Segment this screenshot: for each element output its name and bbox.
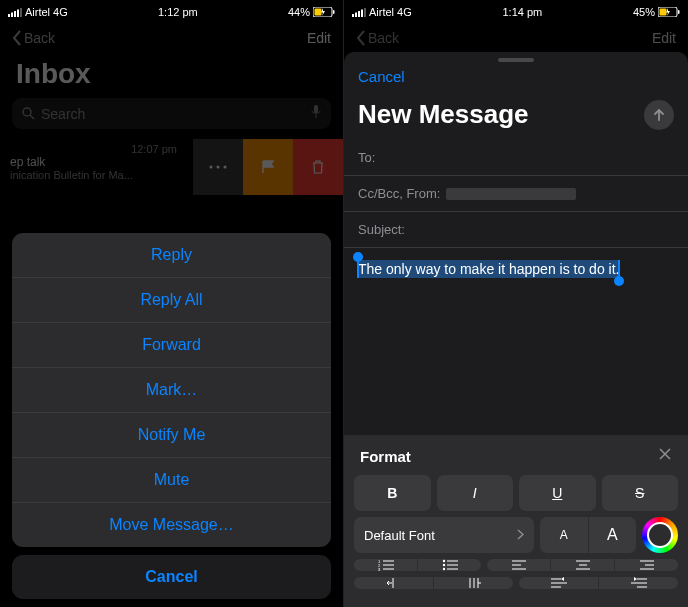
svg-rect-17 (358, 11, 360, 17)
compose-title: New Message (358, 99, 529, 130)
svg-rect-1 (11, 12, 13, 17)
swipe-trash-button[interactable] (293, 139, 343, 195)
phone-screenshot-right: Airtel 4G 1:14 pm 45% Back Edit Cancel N… (344, 0, 688, 607)
indent-button[interactable] (434, 577, 513, 589)
rtl-icon (631, 577, 647, 589)
rtl-button[interactable] (599, 577, 678, 589)
font-size-decrease[interactable]: A (540, 517, 589, 553)
chevron-right-icon (517, 528, 524, 543)
svg-rect-19 (364, 8, 366, 17)
svg-line-9 (30, 115, 34, 119)
edit-button[interactable]: Edit (652, 30, 676, 46)
send-button[interactable] (644, 100, 674, 130)
search-placeholder: Search (41, 106, 85, 122)
battery-icon (313, 7, 335, 17)
sheet-notify[interactable]: Notify Me (12, 413, 331, 458)
swipe-flag-button[interactable] (243, 139, 293, 195)
outdent-icon (387, 577, 401, 589)
align-right-button[interactable] (615, 559, 678, 571)
subject-label: Subject: (358, 222, 405, 237)
outdent-button[interactable] (354, 577, 434, 589)
compose-sheet: Cancel New Message To: Cc/Bcc, From: Sub… (344, 52, 688, 607)
underline-button[interactable]: U (519, 475, 596, 511)
to-field[interactable]: To: (344, 140, 688, 176)
arrow-up-icon (652, 108, 666, 122)
message-preview: inication Bulletin for Ma... (10, 169, 183, 181)
message-row[interactable]: 12:07 pm ep talk inication Bulletin for … (0, 139, 343, 195)
svg-text:3: 3 (378, 567, 381, 571)
flag-icon (261, 160, 275, 174)
sheet-mute[interactable]: Mute (12, 458, 331, 503)
signal-icon (352, 8, 366, 17)
font-size-increase[interactable]: A (589, 517, 637, 553)
status-bar: Airtel 4G 1:14 pm 45% (344, 0, 688, 22)
font-size-stepper: A A (540, 517, 636, 553)
back-button[interactable]: Back (12, 30, 55, 46)
message-subject: ep talk (10, 155, 183, 169)
svg-rect-10 (314, 105, 318, 113)
italic-button[interactable]: I (437, 475, 514, 511)
ltr-button[interactable] (519, 577, 599, 589)
action-sheet: Reply Reply All Forward Mark… Notify Me … (12, 233, 331, 599)
close-icon (658, 447, 672, 461)
sheet-grabber[interactable] (498, 58, 534, 62)
color-picker-button[interactable] (642, 517, 678, 553)
sheet-mark[interactable]: Mark… (12, 368, 331, 413)
indent-icon (467, 577, 481, 589)
svg-rect-15 (352, 14, 354, 17)
bullet-list-button[interactable] (418, 559, 481, 571)
ellipsis-icon (209, 165, 227, 169)
back-label: Back (368, 30, 399, 46)
status-time: 1:12 pm (158, 6, 198, 18)
trash-icon (312, 160, 324, 174)
status-bar: Airtel 4G 1:12 pm 44% (0, 0, 343, 22)
svg-point-33 (442, 568, 444, 570)
strikethrough-button[interactable]: S (602, 475, 679, 511)
search-input[interactable]: Search (12, 98, 331, 129)
sheet-forward[interactable]: Forward (12, 323, 331, 368)
svg-point-13 (217, 166, 220, 169)
nav-bar: Back Edit (0, 22, 343, 54)
page-title: Inbox (0, 54, 343, 98)
svg-rect-21 (659, 9, 666, 16)
svg-rect-4 (20, 8, 22, 17)
format-title: Format (360, 448, 411, 465)
signal-icon (8, 8, 22, 17)
color-swatch-icon (647, 522, 673, 548)
sheet-reply-all[interactable]: Reply All (12, 278, 331, 323)
status-time: 1:14 pm (503, 6, 543, 18)
format-panel: Format B I U S Default Font (344, 435, 688, 607)
body-textarea[interactable]: The only way to make it happen is to do … (344, 248, 688, 290)
bold-button[interactable]: B (354, 475, 431, 511)
align-center-button[interactable] (551, 559, 615, 571)
battery-percent: 45% (633, 6, 655, 18)
selected-body-text[interactable]: The only way to make it happen is to do … (358, 260, 619, 278)
message-time: 12:07 pm (10, 143, 183, 155)
align-right-icon (640, 560, 654, 570)
compose-cancel[interactable]: Cancel (358, 68, 405, 85)
svg-point-14 (224, 166, 227, 169)
carrier-label: Airtel 4G (369, 6, 412, 18)
swipe-more-button[interactable] (193, 139, 243, 195)
numbered-list-button[interactable]: 123 (354, 559, 418, 571)
selection-handle-end[interactable] (614, 276, 624, 286)
align-left-icon (512, 560, 526, 570)
back-button[interactable]: Back (356, 30, 399, 46)
sheet-cancel[interactable]: Cancel (12, 555, 331, 599)
from-value-redacted (446, 188, 576, 200)
sheet-reply[interactable]: Reply (12, 233, 331, 278)
svg-point-12 (210, 166, 213, 169)
format-close-button[interactable] (658, 447, 672, 465)
selection-handle-start[interactable] (353, 252, 363, 262)
svg-rect-6 (314, 9, 321, 16)
sheet-move[interactable]: Move Message… (12, 503, 331, 547)
subject-field[interactable]: Subject: (344, 212, 688, 248)
align-left-button[interactable] (487, 559, 551, 571)
edit-button[interactable]: Edit (307, 30, 331, 46)
font-picker-button[interactable]: Default Font (354, 517, 534, 553)
mic-icon[interactable] (311, 105, 321, 122)
svg-rect-0 (8, 14, 10, 17)
ccbcc-field[interactable]: Cc/Bcc, From: (344, 176, 688, 212)
list-ol-icon: 123 (378, 559, 394, 571)
battery-icon (658, 7, 680, 17)
